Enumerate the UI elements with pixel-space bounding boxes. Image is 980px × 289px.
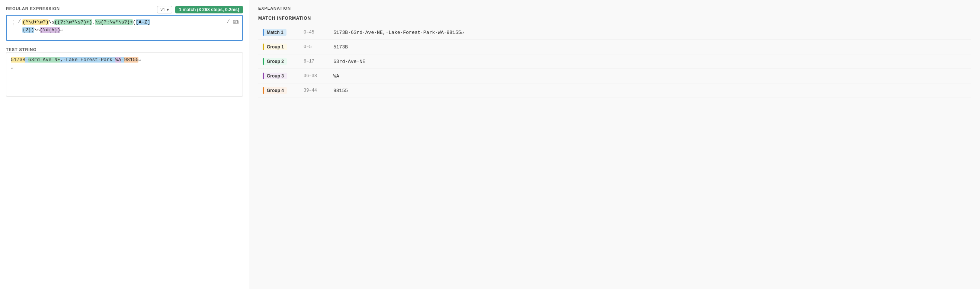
regex-group1-highlight: (^\d+\w?) xyxy=(22,19,48,25)
range-cell: 39–44 xyxy=(299,83,329,98)
open-delimiter: / xyxy=(18,19,21,25)
copy-button[interactable]: ⧉ xyxy=(233,18,240,26)
group-label-cell: Group 4 xyxy=(258,83,299,98)
range-cell: 6–17 xyxy=(299,54,329,69)
table-row: Group 4 39–44 98155 xyxy=(258,83,971,98)
copy-icon: ⧉ xyxy=(234,19,239,25)
range-cell: 0–45 xyxy=(299,26,329,40)
regex-editor[interactable]: ⋮ / (^\d+\w?)\s((?:\w*\s?)+).\s(?:\w*\s?… xyxy=(6,15,243,41)
regex-section: REGULAR EXPRESSION v1 ▾ 1 match (3 268 s… xyxy=(6,6,243,41)
value-cell: 63rd·Ave·NE xyxy=(329,54,971,69)
table-row: Match 1 0–45 5173B·63rd·Ave·NE,·Lake·For… xyxy=(258,26,971,40)
regex-header: REGULAR EXPRESSION v1 ▾ 1 match (3 268 s… xyxy=(6,6,243,13)
test-string-section: TEST STRING 5173B·63rd·Ave·NE,·Lake·Fore… xyxy=(6,46,243,97)
group2-badge-label: Group 2 xyxy=(262,58,287,65)
right-panel: EXPLANATION MATCH INFORMATION Match 1 0–… xyxy=(249,0,980,289)
test-string-editor[interactable]: 5173B·63rd·Ave·NE,·Lake·Forest·Park·WA·9… xyxy=(6,52,243,97)
range-cell: 0–5 xyxy=(299,40,329,54)
group1-badge-label: Group 1 xyxy=(262,43,287,50)
test-full-match: 5173B·63rd·Ave·NE,·Lake·Forest·Park·WA·9… xyxy=(11,57,138,62)
test-string-label: TEST STRING xyxy=(6,47,37,52)
group-label-cell: Group 3 xyxy=(258,69,299,83)
value-cell: 5173B xyxy=(329,40,971,54)
version-selector[interactable]: v1 ▾ xyxy=(157,6,172,13)
value-cell: 98155 xyxy=(329,83,971,98)
group-label-cell: Group 1 xyxy=(258,40,299,54)
regex-input-row: ⋮ / (^\d+\w?)\s((?:\w*\s?)+).\s(?:\w*\s?… xyxy=(10,19,239,34)
regex-content: (^\d+\w?)\s((?:\w*\s?)+).\s(?:\w*\s?)+([… xyxy=(22,19,225,34)
range-cell: 36–38 xyxy=(299,69,329,83)
match-badge: 1 match (3 268 steps, 0.2ms) xyxy=(175,6,243,13)
group-label-cell: Match 1 xyxy=(258,26,299,40)
match-info-label: MATCH INFORMATION xyxy=(258,16,971,21)
regex-label: REGULAR EXPRESSION xyxy=(6,6,60,11)
explanation-label: EXPLANATION xyxy=(258,6,971,10)
match-table: Match 1 0–45 5173B·63rd·Ave·NE,·Lake·For… xyxy=(258,26,971,98)
table-row: Group 3 36–38 WA xyxy=(258,69,971,83)
table-row: Group 2 6–17 63rd·Ave·NE xyxy=(258,54,971,69)
drag-handle[interactable]: ⋮ xyxy=(10,19,16,27)
header-right: v1 ▾ 1 match (3 268 steps, 0.2ms) xyxy=(157,6,243,13)
group-label-cell: Group 2 xyxy=(258,54,299,69)
match-badge-label: Match 1 xyxy=(262,29,286,36)
group3-badge-label: Group 3 xyxy=(262,73,287,79)
value-cell: 5173B·63rd·Ave·NE,·Lake·Forest·Park·WA·9… xyxy=(329,26,971,40)
value-cell: WA xyxy=(329,69,971,83)
chevron-down-icon: ▾ xyxy=(167,7,169,12)
table-row: Group 1 0–5 5173B xyxy=(258,40,971,54)
group4-badge-label: Group 4 xyxy=(262,87,287,94)
left-panel: REGULAR EXPRESSION v1 ▾ 1 match (3 268 s… xyxy=(0,0,249,289)
